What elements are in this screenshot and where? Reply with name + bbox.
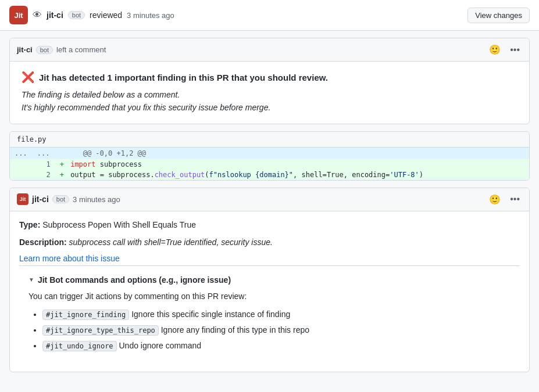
inline-comment: Jit jit-ci bot 3 minutes ago 🙂 ••• Type:… [9,188,530,372]
inline-comment-header-left: Jit jit-ci bot 3 minutes ago [17,193,120,205]
code-filename: file.py [10,132,529,148]
diff-line-num-2: 2 [32,170,55,180]
comment-action: left a comment [56,45,106,54]
main-comment-container: jit-ci bot left a comment 🙂 ••• ❌ Jit ha… [9,38,530,124]
diff-add-row-2: 2 + output = subprocess.check_output(f"n… [10,170,529,180]
view-changes-button[interactable]: View changes [467,8,530,23]
comment-header-left: jit-ci bot left a comment [17,45,106,54]
bot-commands-section: ▼ Jit Bot commands and options (e.g., ig… [19,268,520,365]
learn-more-link[interactable]: Learn more about this issue [19,254,120,263]
comment-divider [19,265,520,266]
triangle-icon: ▼ [28,276,34,283]
hunk-line-num [55,148,78,159]
diff-ellipsis-1 [10,159,32,170]
bot-commands-title: ▼ Jit Bot commands and options (e.g., ig… [28,275,511,285]
alert-title-text: Jit has detected 1 important finding in … [39,73,328,82]
jit-avatar-small: Jit [17,193,28,205]
inline-emoji-reaction-button[interactable]: 🙂 [487,193,503,206]
diff-hunk-row: ... ... @@ -0,0 +1,2 @@ [10,148,529,159]
command-item-1: #jit_ignore_finding Ignore this specific… [42,308,511,321]
eye-icon: 👁 [33,10,42,20]
alert-line2: It's highly recommended that you fix thi… [22,101,517,114]
inline-bot-badge: bot [52,195,69,203]
diff-add-row-1: 1 + import subprocess [10,159,529,170]
command-code-3: #jit_undo_ignore [42,341,117,351]
more-options-button[interactable]: ••• [508,44,522,56]
inline-comment-time: 3 minutes ago [73,195,120,204]
command-code-2: #jit_ignore_type_this_repo [42,325,159,336]
hunk-info: @@ -0,0 +1,2 @@ [78,148,529,159]
command-item-3: #jit_undo_ignore Undo ignore command [42,340,511,352]
commands-list: #jit_ignore_finding Ignore this specific… [28,308,511,352]
command-item-2: #jit_ignore_type_this_repo Ignore any fi… [42,324,511,336]
inline-comment-body: Type: Subprocess Popen With Shell Equals… [10,211,529,372]
review-time: 3 minutes ago [127,11,174,20]
diff-code-1: + import subprocess [55,159,529,170]
alert-box: ❌ Jit has detected 1 important finding i… [10,62,529,124]
alert-title: ❌ Jit has detected 1 important finding i… [22,71,517,84]
alert-body: The finding is detailed below as a comme… [22,88,517,114]
jit-logo: Jit [9,6,28,24]
inline-reviewer-name: jit-ci [32,195,49,204]
hunk-ellipsis-1: ... [10,148,32,159]
comment-header-actions: 🙂 ••• [487,43,522,56]
emoji-reaction-button[interactable]: 🙂 [487,43,503,56]
code-block: file.py ... ... @@ -0,0 +1,2 @@ 1 + impo… [9,131,530,181]
comment-header: jit-ci bot left a comment 🙂 ••• [10,38,529,62]
type-field: Type: Subprocess Popen With Shell Equals… [19,218,520,231]
command-code-1: #jit_ignore_finding [42,310,129,320]
comment-reviewer-name: jit-ci [17,45,33,54]
review-header-left: Jit 👁 jit-ci bot reviewed 3 minutes ago [9,6,174,24]
bot-badge: bot [68,11,85,19]
page-wrapper: Jit 👁 jit-ci bot reviewed 3 minutes ago … [0,0,539,392]
diff-table: ... ... @@ -0,0 +1,2 @@ 1 + import subpr… [10,148,529,180]
diff-code-2: + output = subprocess.check_output(f"nsl… [55,170,529,180]
inline-comment-header: Jit jit-ci bot 3 minutes ago 🙂 ••• [10,188,529,211]
comment-bot-badge: bot [36,46,53,54]
diff-ellipsis-2 [10,170,32,180]
inline-comment-header-actions: 🙂 ••• [487,193,522,206]
bot-commands-title-text: Jit Bot commands and options (e.g., igno… [38,275,231,285]
review-action: reviewed [90,10,122,20]
reviewer-name: jit-ci [47,10,63,20]
description-field: Description: subprocess call with shell=… [19,236,520,249]
x-icon: ❌ [22,71,34,84]
inline-more-options-button[interactable]: ••• [508,193,522,206]
diff-line-num-1: 1 [32,159,55,170]
bot-commands-description: You can trigger Jit actions by commentin… [28,290,511,303]
hunk-ellipsis-2: ... [32,148,55,159]
review-header: Jit 👁 jit-ci bot reviewed 3 minutes ago … [0,0,539,31]
alert-line1: The finding is detailed below as a comme… [22,88,517,101]
